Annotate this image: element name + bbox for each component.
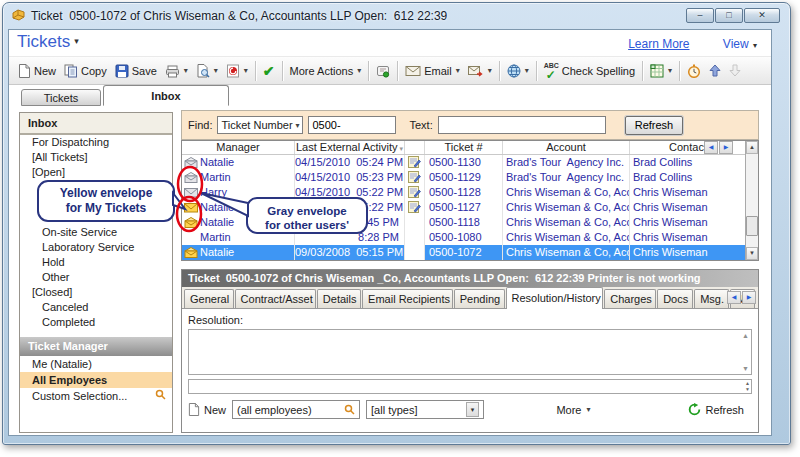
tab-tickets[interactable]: Tickets [21, 89, 101, 106]
table-row[interactable]: Natalie04/15/2010 05:24 PM0500-1130Brad'… [182, 155, 747, 170]
sidebar-item-closed[interactable]: [Closed] [20, 285, 172, 300]
column-header-icon[interactable] [405, 141, 425, 154]
detail-tab-charges[interactable]: Charges [604, 289, 656, 308]
app-content: Tickets▾ Learn More View ▾ New Copy Save… [8, 29, 772, 436]
sidebar-item-other[interactable]: Other [20, 270, 172, 285]
cell-last-activity: 04/15/2010 05:24 PM [295, 155, 405, 170]
save-button[interactable]: Save [111, 62, 161, 80]
sidebar-item-all-employees[interactable]: All Employees [20, 372, 172, 388]
move-down-button[interactable] [725, 62, 745, 79]
detail-tab-pending[interactable]: Pending [454, 289, 505, 308]
print-button[interactable]: ▾ [161, 62, 192, 80]
employees-filter-value: (all employees) [237, 404, 312, 416]
types-filter[interactable]: [all types]▾ [366, 400, 484, 419]
cell-ticket-number: 0500-1129 [425, 170, 503, 185]
history-new-button[interactable]: New [188, 403, 226, 416]
forward-email-button[interactable]: ▾ [464, 63, 496, 79]
scroll-left-icon[interactable]: ◀ [727, 291, 741, 304]
new-button[interactable]: New [14, 62, 60, 80]
sidebar-item-for-dispatching[interactable]: For Dispatching [20, 135, 172, 150]
copy-button[interactable]: Copy [60, 62, 111, 80]
sidebar-item-hold[interactable]: Hold [20, 255, 172, 270]
move-up-button[interactable] [705, 62, 725, 79]
callout-yellow-envelope: Yellow envelopefor My Tickets [37, 180, 175, 222]
text-search-input[interactable] [438, 116, 606, 134]
print-icon [165, 64, 180, 78]
scroll-right-icon[interactable]: ▶ [719, 141, 733, 154]
cell-ticket-number: 0500-1118 [425, 215, 503, 230]
sidebar-item-laboratory-service[interactable]: Laboratory Service [20, 240, 172, 255]
sidebar-item-all-tickets[interactable]: [All Tickets] [20, 150, 172, 165]
column-header-account[interactable]: Account [503, 141, 630, 154]
scroll-up-icon[interactable]: ▲ [746, 141, 758, 154]
cell-contact: Chris Wiseman [630, 185, 747, 200]
detail-tab-email-recipients[interactable]: Email Recipients [362, 289, 453, 308]
sidebar-item-completed[interactable]: Completed [20, 315, 172, 330]
cell-ticket-number: 0500-1072 [425, 245, 503, 260]
web-button[interactable]: ▾ [503, 62, 533, 80]
spinner-icon[interactable]: ▲▼ [745, 380, 750, 392]
scroll-down-icon[interactable]: ▼ [742, 365, 749, 372]
history-line-field[interactable]: ▲▼ [188, 379, 752, 394]
move-up-icon [709, 64, 721, 77]
refresh-button[interactable]: Refresh [625, 116, 684, 135]
column-header-ticket[interactable]: Ticket # [425, 141, 503, 154]
scroll-up-icon[interactable]: ▲ [742, 332, 749, 339]
vertical-scrollbar[interactable]: ▲ ▼ [745, 141, 758, 260]
minimize-icon[interactable]: – [686, 8, 714, 23]
chevron-down-icon: ▾ [488, 66, 492, 75]
detail-footer: New (all employees) [all types]▾ More▾ R… [188, 400, 752, 419]
column-header-manager[interactable]: Manager [182, 141, 295, 154]
approve-check-icon[interactable]: ✔ [259, 61, 279, 81]
close-icon[interactable]: ✕ [744, 8, 780, 23]
detail-tab-details[interactable]: Details [317, 289, 361, 308]
cell-ticket-number: 0500-1127 [425, 200, 503, 215]
ticket-detail-panel: Ticket 0500-1072 of Chris Wiseman _Co, A… [181, 269, 759, 433]
detail-tab-docs[interactable]: Docs [657, 289, 693, 308]
toolbar-separator [499, 61, 500, 81]
email-button[interactable]: Email▾ [401, 63, 464, 79]
export-excel-button[interactable]: ▾ [646, 62, 676, 80]
sidebar-item-me-natalie[interactable]: Me (Natalie) [20, 356, 172, 372]
sidebar-item-open[interactable]: [Open] [20, 165, 172, 180]
table-row[interactable]: Martin04/15/2010 05:23 PM0500-1129Brad's… [182, 170, 747, 185]
pdf-button[interactable]: ▾ [222, 62, 252, 80]
detail-tab-contract-asset[interactable]: Contract/Asset [235, 289, 316, 308]
print-preview-button[interactable]: ▾ [192, 62, 222, 80]
scrollbar-thumb[interactable] [746, 216, 758, 236]
check-spelling-button[interactable]: ABC✓Check Spelling [540, 61, 639, 81]
resolution-textarea[interactable] [189, 330, 751, 374]
learn-more-link[interactable]: Learn More [628, 37, 689, 51]
tab-inbox[interactable]: Inbox [103, 85, 229, 106]
scroll-down-icon[interactable]: ▼ [746, 247, 758, 260]
timer-button[interactable] [683, 62, 705, 80]
detail-tab-resolution-history[interactable]: Resolution/History [506, 287, 604, 309]
history-refresh-label: Refresh [705, 404, 744, 416]
scroll-left-icon[interactable]: ◀ [704, 141, 718, 154]
find-value-input[interactable] [308, 116, 396, 134]
cell-manager: Natalie [200, 155, 295, 170]
history-refresh-button[interactable]: Refresh [688, 403, 744, 416]
sidebar-item-canceled[interactable]: Canceled [20, 300, 172, 315]
scroll-right-icon[interactable]: ▶ [742, 291, 756, 304]
more-menu[interactable]: More▾ [556, 404, 590, 416]
web-icon [507, 64, 521, 78]
detail-tab-msg[interactable]: Msg. [694, 289, 729, 308]
sidebar-item-on-site-service[interactable]: On-site Service [20, 225, 172, 240]
find-field-select[interactable]: Ticket Number▾ [217, 116, 303, 134]
table-row[interactable]: Natalie09/03/2008 05:15 PM0500-1072Chris… [182, 245, 747, 260]
yellow-open-envelope-icon [182, 215, 200, 230]
app-icon [11, 8, 26, 25]
page-title-dropdown-icon[interactable]: ▾ [74, 36, 79, 46]
assign-button[interactable] [372, 62, 394, 80]
window-title: Ticket 0500-1072 of Chris Wiseman & Co, … [31, 9, 447, 23]
detail-tab-general[interactable]: General [184, 289, 234, 308]
maximize-icon[interactable]: □ [715, 8, 743, 23]
view-menu[interactable]: View ▾ [723, 37, 757, 51]
employees-filter[interactable]: (all employees) [232, 400, 360, 419]
cell-last-activity: 04/15/2010 05:23 PM [295, 170, 405, 185]
more-actions-button[interactable]: More Actions▾ [286, 63, 366, 79]
cell-contact: Chris Wiseman [630, 245, 747, 260]
sidebar-item-custom-selection[interactable]: Custom Selection... [20, 388, 172, 404]
column-header-last-external-activity[interactable]: Last External Activity▾ [295, 141, 405, 154]
